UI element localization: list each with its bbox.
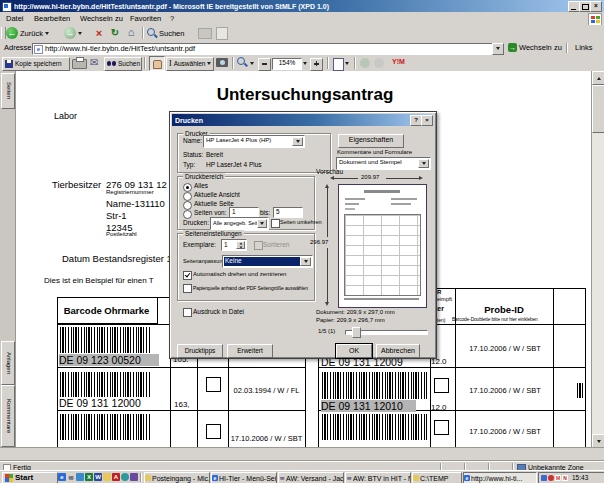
printer-name-combo[interactable]: HP LaserJet 4 Plus (HP) bbox=[203, 135, 305, 148]
radio-all[interactable] bbox=[183, 183, 192, 192]
print-page-icon[interactable] bbox=[198, 28, 212, 39]
scroll-down-button[interactable] bbox=[592, 434, 604, 448]
save-copy-button[interactable]: Kopie speichern bbox=[2, 57, 70, 71]
edit-page-icon[interactable] bbox=[216, 27, 228, 40]
task-button-temp[interactable]: C:\TEMP bbox=[412, 472, 462, 483]
select-tool[interactable]: I Auswählen bbox=[166, 57, 214, 71]
menu-wechseln-zu[interactable]: Wechseln zu bbox=[80, 14, 123, 23]
task-button-posteingang[interactable]: Posteingang - Mic... bbox=[144, 472, 210, 483]
pdf-statusbar: 1 von 5 bbox=[0, 447, 604, 462]
home-icon[interactable]: ⌂ bbox=[124, 25, 138, 39]
print-to-file-checkbox[interactable] bbox=[183, 308, 192, 317]
subset-combo[interactable]: Alle angegeb. Seiten bbox=[210, 217, 269, 230]
scroll-thumb[interactable] bbox=[592, 85, 604, 133]
antivirus-tray-icon[interactable] bbox=[548, 475, 554, 481]
scroll-up-button[interactable] bbox=[592, 71, 604, 85]
menu-hilfe[interactable]: ? bbox=[170, 14, 174, 23]
address-dropdown[interactable] bbox=[492, 43, 504, 55]
zoom-out-button[interactable] bbox=[258, 58, 271, 71]
go-button[interactable]: → Wechseln zu bbox=[508, 42, 562, 53]
address-input[interactable]: e http://www.hi-tier.bybn.de/HitTest/unt… bbox=[32, 43, 494, 55]
forward-button[interactable]: → bbox=[64, 26, 88, 40]
zoom-tool-icon[interactable] bbox=[237, 57, 248, 68]
search-button[interactable]: Suchen bbox=[147, 26, 191, 40]
printer-name-label: Name: bbox=[183, 137, 202, 145]
menu-favoriten[interactable]: Favoriten bbox=[130, 14, 161, 23]
refresh-icon[interactable]: ↻ bbox=[108, 26, 122, 40]
display-tray-icon[interactable] bbox=[541, 475, 547, 481]
printer-type-value: HP LaserJet 4 Plus bbox=[206, 161, 262, 169]
task-button-mail2[interactable]: ✉AW: BTV in HIT - N... bbox=[345, 472, 411, 483]
task-button-mail1[interactable]: ✉AW: Versand - Jaco... bbox=[278, 472, 344, 483]
start-flag-icon bbox=[5, 474, 13, 482]
pdf-toolbar: Kopie speichern ✉ Suchen I Auswählen bbox=[0, 55, 604, 72]
tips-button[interactable]: Drucktipps bbox=[177, 344, 223, 358]
menu-datei[interactable]: Datei bbox=[6, 14, 24, 23]
advanced-button[interactable]: Erweitert bbox=[227, 344, 273, 358]
desktop-quicklaunch-icon[interactable] bbox=[76, 473, 84, 481]
copies-field[interactable]: 1 bbox=[221, 239, 247, 251]
excel-quicklaunch-icon[interactable]: X bbox=[85, 473, 93, 481]
msn-tray-icon[interactable]: M bbox=[555, 475, 561, 481]
snapshot-icon[interactable] bbox=[216, 58, 228, 67]
zoom-level-dropdown[interactable] bbox=[303, 62, 307, 65]
acrobat-quicklaunch-icon[interactable]: A bbox=[112, 473, 120, 481]
menu-bearbeiten[interactable]: Bearbeiten bbox=[34, 14, 70, 23]
clock: 15:43 bbox=[572, 474, 588, 482]
autorotate-checkbox[interactable] bbox=[183, 271, 192, 280]
cancel-button[interactable]: Abbrechen bbox=[376, 344, 420, 358]
radio-current-view[interactable] bbox=[183, 192, 192, 201]
next-view-icon[interactable] bbox=[374, 58, 384, 68]
plugin-badge-icon[interactable]: Y!M bbox=[392, 58, 405, 65]
tab-anlagen[interactable]: Anlagen bbox=[1, 341, 15, 385]
links-label[interactable]: Links bbox=[575, 43, 593, 52]
copies-spinner[interactable] bbox=[236, 241, 245, 249]
ibeam-icon: I bbox=[169, 59, 172, 68]
ok-button[interactable]: OK bbox=[336, 344, 372, 358]
tab-seiten[interactable]: Seiten bbox=[1, 73, 15, 109]
scaling-combo[interactable]: Keine bbox=[222, 255, 313, 268]
preview-slider-thumb[interactable] bbox=[352, 327, 361, 338]
pdf-search-button[interactable]: Suchen bbox=[104, 57, 142, 71]
page-display-icon[interactable] bbox=[333, 58, 344, 71]
address-url: http://www.hi-tier.bybn.de/HitTest/untsa… bbox=[45, 44, 195, 53]
properties-button[interactable]: Eigenschaften bbox=[338, 134, 404, 148]
print-icon[interactable] bbox=[72, 59, 87, 69]
reverse-checkbox[interactable] bbox=[271, 219, 280, 228]
radio-all-label: Alles bbox=[194, 182, 208, 190]
messenger-quicklaunch-icon[interactable] bbox=[130, 473, 138, 481]
comments-combo[interactable]: Dokument und Stempel bbox=[336, 157, 431, 170]
dialog-close-button[interactable]: × bbox=[421, 115, 433, 126]
word-quicklaunch-icon[interactable]: W bbox=[94, 473, 102, 481]
back-button[interactable]: ← Zurück bbox=[6, 26, 60, 40]
ie-quicklaunch-icon[interactable]: e bbox=[58, 473, 66, 481]
page-to-field[interactable]: 5 bbox=[273, 207, 303, 218]
mail-quicklaunch-icon[interactable]: ✉ bbox=[67, 473, 75, 481]
radio-current-page[interactable] bbox=[183, 201, 192, 210]
start-button[interactable]: Start bbox=[2, 472, 58, 483]
vertical-scrollbar[interactable] bbox=[591, 71, 604, 447]
folder-quicklaunch-icon[interactable] bbox=[103, 473, 111, 481]
stop-icon[interactable]: × bbox=[92, 26, 106, 40]
hand-tool[interactable] bbox=[149, 56, 165, 71]
zoom-tool-dropdown[interactable] bbox=[250, 62, 254, 65]
tab-kommentare[interactable]: Kommentare bbox=[1, 385, 15, 447]
close-button[interactable]: × bbox=[590, 1, 602, 12]
previous-view-icon[interactable] bbox=[360, 58, 370, 68]
app-icon bbox=[2, 2, 12, 12]
radio-pages[interactable] bbox=[183, 210, 192, 219]
comments-label: Kommentare und Formulare bbox=[337, 149, 412, 156]
email-icon[interactable]: ✉ bbox=[90, 57, 98, 68]
page-display-dropdown[interactable] bbox=[345, 62, 349, 65]
papersource-checkbox[interactable] bbox=[183, 284, 192, 293]
zoom-in-button[interactable] bbox=[310, 58, 323, 71]
binoculars-icon bbox=[107, 60, 116, 67]
floppy-icon bbox=[5, 60, 13, 68]
task-button-active-pdf[interactable]: ehttp://www.hi-ti... bbox=[463, 472, 537, 483]
netscape-tray-icon[interactable]: N bbox=[562, 475, 568, 481]
task-button-hitier[interactable]: eHI-Tier - Menü-Sei... bbox=[211, 472, 277, 483]
media-quicklaunch-icon[interactable] bbox=[121, 473, 129, 481]
range-group-label: Druckbereich bbox=[183, 173, 225, 181]
printer-status-label: Status: bbox=[183, 151, 203, 159]
zoom-level-box[interactable]: 154% bbox=[272, 58, 302, 70]
